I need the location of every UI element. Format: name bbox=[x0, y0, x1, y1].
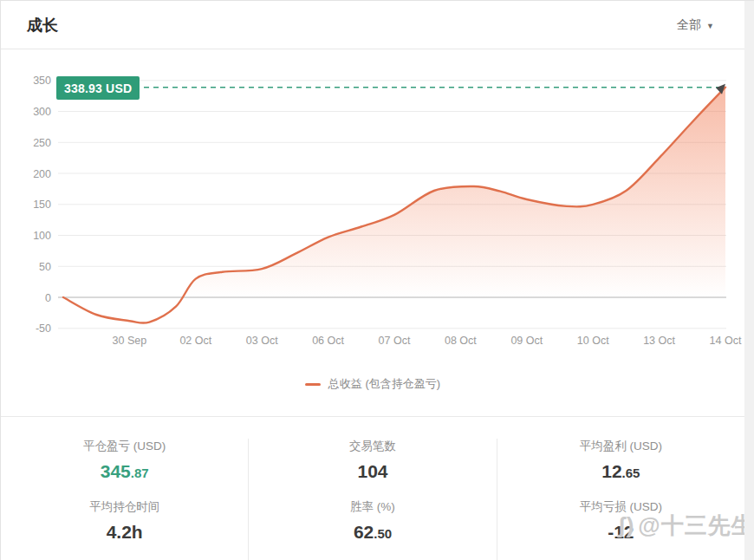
stat-label: 胜率 (%) bbox=[249, 499, 496, 515]
stat-label: 交易笔数 bbox=[249, 439, 496, 454]
svg-text:06 Oct: 06 Oct bbox=[312, 335, 344, 347]
stat-win-rate: 胜率 (%) 62.50 bbox=[249, 499, 496, 545]
chevron-down-icon: ▼ bbox=[706, 22, 714, 30]
chart-legend[interactable]: 总收益 (包含持仓盈亏) bbox=[1, 376, 744, 392]
stat-avg-profit: 平均盈利 (USD) 12.65 bbox=[497, 439, 744, 485]
svg-text:13 Oct: 13 Oct bbox=[643, 335, 675, 347]
svg-text:150: 150 bbox=[33, 199, 51, 211]
svg-text:100: 100 bbox=[33, 230, 51, 242]
growth-widget: 成长 全部 ▼ 350300250200150100500-5030 Sep02… bbox=[0, 0, 754, 560]
watermark-logo-icon: ʃ) bbox=[618, 512, 634, 539]
legend-label: 总收益 (包含持仓盈亏) bbox=[328, 376, 440, 392]
stats-column-3: 平均盈利 (USD) 12.65 平均亏损 (USD) -12 bbox=[497, 439, 744, 560]
stats-column-1: 平仓盈亏 (USD) 345.87 平均持仓时间 4.2h bbox=[1, 439, 248, 560]
svg-text:03 Oct: 03 Oct bbox=[246, 335, 278, 347]
svg-text:09 Oct: 09 Oct bbox=[510, 335, 543, 347]
stat-trade-count: 交易笔数 104 bbox=[249, 439, 496, 485]
svg-text:10 Oct: 10 Oct bbox=[577, 335, 609, 347]
stat-value: 345.87 bbox=[1, 460, 248, 485]
filter-label: 全部 bbox=[677, 17, 701, 33]
stat-value: 62.50 bbox=[249, 521, 496, 545]
stat-avg-holding-time: 平均持仓时间 4.2h bbox=[1, 499, 248, 545]
svg-text:250: 250 bbox=[33, 137, 51, 149]
svg-text:07 Oct: 07 Oct bbox=[379, 335, 411, 347]
filter-dropdown[interactable]: 全部 ▼ bbox=[677, 17, 714, 33]
svg-text:30 Sep: 30 Sep bbox=[113, 335, 147, 347]
svg-text:200: 200 bbox=[33, 168, 51, 180]
page-right-gutter bbox=[744, 1, 754, 560]
svg-text:0: 0 bbox=[45, 292, 51, 304]
stat-value: 4.2h bbox=[1, 521, 248, 545]
stat-label: 平仓盈亏 (USD) bbox=[1, 439, 248, 454]
svg-text:02 Oct: 02 Oct bbox=[179, 335, 211, 347]
peak-value-badge: 338.93 USD bbox=[56, 76, 140, 100]
legend-line-marker bbox=[305, 383, 321, 386]
page-title: 成长 bbox=[27, 15, 58, 36]
stats-column-2: 交易笔数 104 胜率 (%) 62.50 bbox=[248, 439, 496, 560]
watermark: ʃ) @十三先生 bbox=[618, 511, 754, 541]
growth-chart[interactable]: 350300250200150100500-5030 Sep02 Oct03 O… bbox=[1, 49, 754, 417]
svg-text:08 Oct: 08 Oct bbox=[445, 335, 477, 347]
svg-text:350: 350 bbox=[33, 75, 51, 87]
stat-label: 平均盈利 (USD) bbox=[497, 439, 744, 454]
stat-value: 104 bbox=[249, 460, 496, 485]
stat-label: 平均持仓时间 bbox=[1, 499, 248, 515]
svg-text:-50: -50 bbox=[36, 322, 51, 335]
chart-canvas[interactable]: 350300250200150100500-5030 Sep02 Oct03 O… bbox=[1, 49, 754, 417]
svg-text:300: 300 bbox=[33, 106, 51, 118]
watermark-text: @十三先生 bbox=[638, 511, 754, 541]
svg-text:50: 50 bbox=[39, 261, 51, 273]
stat-closed-pnl: 平仓盈亏 (USD) 345.87 bbox=[1, 439, 248, 485]
widget-header: 成长 全部 ▼ bbox=[1, 1, 754, 49]
stat-value: 12.65 bbox=[497, 460, 744, 485]
svg-text:14 Oct: 14 Oct bbox=[710, 335, 742, 347]
